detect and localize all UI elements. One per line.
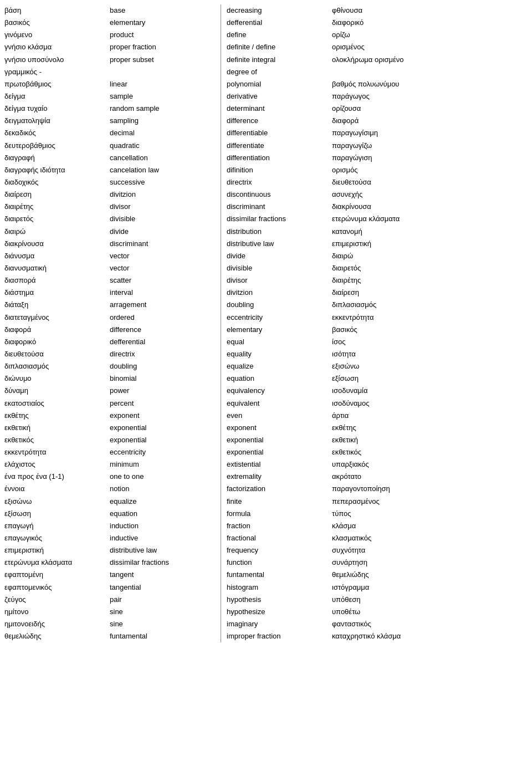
greek-term: διακρίνουσα	[4, 238, 110, 249]
greek-term: θεμελιώδης	[4, 631, 110, 642]
english-term: divide	[227, 251, 332, 262]
greek-translation: διευθετούσα	[332, 177, 528, 188]
greek-translation: διαιρώ	[332, 251, 528, 262]
right-entry: difinitionορισμός	[227, 164, 528, 176]
right-entry: dissimilar fractionsετερώνυμα κλάσματα	[227, 213, 528, 225]
greek-translation: διαιρετός	[332, 263, 528, 274]
left-entry: διαδοχικόςsuccessive	[4, 176, 215, 188]
greek-translation: εκθετικός	[332, 447, 528, 458]
greek-term: διαφορά	[4, 324, 110, 335]
left-entry: διαγραφήcancellation	[4, 152, 215, 164]
english-term: function	[227, 557, 332, 568]
right-entry: exponentεκθέτης	[227, 422, 528, 434]
greek-term: γινόμενο	[4, 29, 110, 40]
english-translation: percent	[110, 398, 215, 409]
english-term: imaginary	[227, 619, 332, 630]
english-term: fraction	[227, 520, 332, 532]
english-translation: pair	[110, 594, 215, 605]
greek-term: δεκαδικός	[4, 127, 110, 139]
left-entry: γνήσιο υποσύνολοproper subset	[4, 54, 215, 66]
greek-translation: φθίνουσα	[332, 5, 528, 16]
greek-term: διαδοχικός	[4, 177, 110, 188]
left-entry: πρωτοβάθμιοςlinear	[4, 78, 215, 90]
right-entry: imaginaryφανταστικός	[227, 618, 528, 630]
greek-translation: διαίρεση	[332, 287, 528, 298]
left-entry: διαφοράdifference	[4, 324, 215, 336]
greek-translation: ορισμός	[332, 165, 528, 176]
right-entry: differenceδιαφορά	[227, 115, 528, 127]
english-translation: interval	[110, 287, 215, 298]
english-term: hypothesis	[227, 594, 332, 605]
english-translation: induction	[110, 520, 215, 532]
greek-term: επαγωγή	[4, 520, 110, 532]
english-translation: successive	[110, 177, 215, 188]
greek-translation: παραγωγίσιμη	[332, 127, 528, 139]
english-translation: vector	[110, 251, 215, 262]
left-entry: εκθετικόςexponential	[4, 434, 215, 446]
greek-term: επαγωγικός	[4, 533, 110, 544]
english-term: even	[227, 410, 332, 421]
greek-term: ετερώνυμα κλάσματα	[4, 557, 110, 568]
left-entry: διάστημαinterval	[4, 287, 215, 299]
left-entry: εκατοστιαίοςpercent	[4, 397, 215, 410]
greek-term: εφαπτομένη	[4, 569, 110, 580]
greek-term: ένα προς ένα (1-1)	[4, 471, 110, 482]
right-entry: extistentialυπαρξιακός	[227, 458, 528, 471]
greek-translation: ισοδύναμος	[332, 398, 528, 409]
greek-translation: θεμελιώδης	[332, 569, 528, 580]
left-entry: βασικόςelementary	[4, 17, 215, 29]
greek-translation: διαιρέτης	[332, 275, 528, 286]
left-entry: διαιρώdivide	[4, 226, 215, 238]
left-entry: διαγραφής ιδιότηταcancelation law	[4, 164, 215, 176]
english-term: equalize	[227, 361, 332, 372]
vertical-divider	[221, 4, 221, 642]
english-translation: random sample	[110, 103, 215, 114]
greek-translation: κλάσμα	[332, 520, 528, 532]
right-entry: equalίσος	[227, 336, 528, 348]
english-term: equal	[227, 336, 332, 348]
english-term: difinition	[227, 165, 332, 176]
greek-translation: διαφορικό	[332, 17, 528, 28]
right-entry: divideδιαιρώ	[227, 250, 528, 262]
greek-term: δύναμη	[4, 385, 110, 396]
english-translation: decimal	[110, 127, 215, 139]
english-term: degree of	[227, 67, 332, 78]
left-entry: εκθετικήexponential	[4, 422, 215, 434]
right-entry: defferentialδιαφορικό	[227, 17, 528, 29]
greek-translation: βαθμός πολυωνύμου	[332, 79, 528, 90]
english-term: frequency	[227, 545, 332, 556]
right-entry: equationεξίσωση	[227, 372, 528, 385]
left-entry: επαγωγικόςinductive	[4, 532, 215, 544]
greek-term: ελάχιστος	[4, 459, 110, 470]
left-entry: ημίτονοsine	[4, 606, 215, 618]
greek-translation: βασικός	[332, 324, 528, 335]
dictionary-page: βάσηbaseβασικόςelementaryγινόμενοproduct…	[4, 4, 528, 642]
left-entry: ημιτονοειδήςsine	[4, 618, 215, 630]
english-term: decreasing	[227, 5, 332, 16]
greek-term: διαγραφή	[4, 152, 110, 164]
english-translation: divisible	[110, 213, 215, 224]
english-term: definite integral	[227, 54, 332, 65]
greek-term: διαιρώ	[4, 226, 110, 237]
left-entry: διαίρεσηdivitzion	[4, 188, 215, 201]
english-translation: quadratic	[110, 140, 215, 151]
greek-term: έννοια	[4, 483, 110, 494]
english-translation: product	[110, 29, 215, 40]
english-term: exponential	[227, 447, 332, 458]
greek-translation: άρτια	[332, 410, 528, 421]
english-term: difference	[227, 115, 332, 126]
english-translation: dissimilar fractions	[110, 557, 215, 568]
greek-term: εκατοστιαίος	[4, 398, 110, 409]
right-entry: degree of	[227, 66, 528, 78]
right-entry: equalityισότητα	[227, 348, 528, 360]
left-entry: έννοιαnotion	[4, 483, 215, 495]
greek-translation: συχνότητα	[332, 545, 528, 556]
right-entry: equalizeεξισώνω	[227, 360, 528, 372]
english-translation: divitzion	[110, 189, 215, 200]
greek-translation: πεπερασμένος	[332, 496, 528, 507]
left-entry: δειγματοληψίαsampling	[4, 115, 215, 127]
right-entry: factorizationπαραγοντοποίηση	[227, 483, 528, 495]
left-entry: ελάχιστοςminimum	[4, 458, 215, 471]
greek-term: διατεταγμένος	[4, 312, 110, 323]
left-entry: διαιρέτηςdivisor	[4, 201, 215, 213]
